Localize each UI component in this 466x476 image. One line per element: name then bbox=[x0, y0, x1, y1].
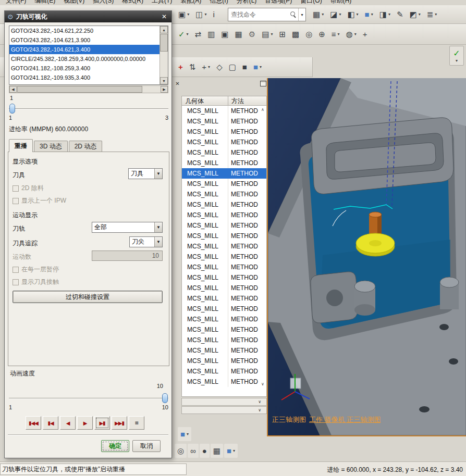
speed-slider[interactable] bbox=[9, 393, 168, 404]
assembly-cube-icon[interactable]: ■▾ bbox=[362, 7, 376, 21]
chevron-down-icon[interactable]: ▼ bbox=[154, 169, 162, 179]
frame-slider[interactable] bbox=[9, 104, 168, 114]
list-vscrollbar[interactable]: ▲ ▼ bbox=[160, 26, 168, 84]
window-restore-icon[interactable] bbox=[260, 81, 266, 86]
measure-icon[interactable]: ⊞▾ bbox=[276, 27, 288, 41]
scroll-thumb[interactable] bbox=[17, 86, 142, 93]
generate-toolpath-icon[interactable]: ✓▾ bbox=[176, 27, 191, 41]
chevron-down-icon[interactable]: ▼ bbox=[154, 237, 162, 247]
scroll-right-icon[interactable]: ▶ bbox=[161, 86, 168, 93]
navigator-row[interactable]: MCS_MILLMETHOD bbox=[182, 147, 266, 158]
copy-display-icon[interactable]: ◫▾ bbox=[193, 7, 209, 21]
selection-box-icon[interactable]: ▢▾ bbox=[226, 60, 239, 74]
swap-arrows-icon[interactable]: ⇅▾ bbox=[187, 60, 199, 74]
navigator-row[interactable]: MCS_MILLMETHOD bbox=[182, 116, 266, 127]
display-cube-icon[interactable]: ■▾ bbox=[224, 444, 238, 458]
panel-close-icon[interactable]: ✕ bbox=[174, 80, 181, 87]
shop-doc-icon[interactable]: ▤▾ bbox=[259, 27, 275, 41]
target-icon[interactable]: ◎▾ bbox=[303, 27, 315, 41]
verify-toolpath-icon[interactable]: ⇄▾ bbox=[192, 27, 204, 41]
view-links[interactable]: 工作 摄像机 正三轴测图 bbox=[309, 416, 381, 423]
cancel-button[interactable]: 取消 bbox=[132, 440, 161, 452]
display-mode-icon[interactable]: ◍▾ bbox=[344, 27, 359, 41]
machine-cube-icon[interactable]: ▣▾ bbox=[218, 27, 231, 41]
navigator-row[interactable]: MCS_MILLMETHOD bbox=[182, 168, 266, 179]
mesh-icon[interactable]: ▦▾ bbox=[211, 444, 223, 458]
navigator-row[interactable]: MCS_MILLMETHOD bbox=[182, 356, 266, 366]
tab[interactable]: 重播 bbox=[9, 139, 33, 152]
navigator-row[interactable]: MCS_MILLMETHOD bbox=[182, 137, 266, 147]
layers-icon[interactable]: ≡▾ bbox=[329, 27, 342, 41]
information-icon[interactable]: i▾ bbox=[210, 7, 217, 21]
go-to-end-button[interactable]: ▶▶▮ bbox=[112, 416, 127, 430]
navigator-row[interactable]: MCS_MILLMETHOD bbox=[182, 127, 266, 137]
snapshot-icon[interactable]: ▣▾ bbox=[176, 7, 192, 21]
navigator-row[interactable]: MCS_MILLMETHOD bbox=[182, 314, 266, 324]
navigator-row[interactable]: MCS_MILLMETHOD bbox=[182, 231, 266, 241]
ball-icon[interactable]: ●▾ bbox=[200, 444, 210, 458]
navigator-row[interactable]: MCS_MILLMETHOD bbox=[182, 283, 266, 293]
navigator-row[interactable]: MCS_MILLMETHOD bbox=[182, 366, 266, 377]
go-to-start-button[interactable]: ▮◀◀ bbox=[26, 416, 41, 430]
show-hide-icon[interactable]: ◩▾ bbox=[407, 7, 423, 21]
window-layout-icon[interactable]: ▦▾ bbox=[310, 7, 326, 21]
navigator-row[interactable]: MCS_MILLMETHOD bbox=[182, 335, 266, 345]
list-output-icon[interactable]: ▦▾ bbox=[232, 27, 245, 41]
play-forward-button[interactable]: ▶ bbox=[77, 416, 93, 430]
scroll-thumb[interactable] bbox=[160, 34, 168, 52]
shaded-view-icon[interactable]: ◧▾ bbox=[345, 7, 361, 21]
grid-icon[interactable]: ▩▾ bbox=[289, 27, 302, 41]
simulate-icon[interactable]: ▥▾ bbox=[205, 27, 217, 41]
navigator-row[interactable]: MCS_MILLMETHOD bbox=[182, 324, 266, 335]
toolpath-event[interactable]: GOTO/241.182,-108.259,3.400 bbox=[9, 64, 160, 73]
close-icon[interactable]: ✕ bbox=[160, 12, 169, 21]
navigator-row[interactable]: MCS_MILLMETHOD bbox=[182, 189, 266, 199]
ok-button[interactable]: 确定 bbox=[101, 440, 129, 452]
scroll-left-icon[interactable]: ◀ bbox=[9, 86, 17, 93]
export-display-icon[interactable]: ◪▾ bbox=[327, 7, 344, 21]
layer-settings-icon[interactable]: ≣▾ bbox=[424, 7, 440, 21]
graphics-viewport[interactable] bbox=[267, 78, 466, 436]
crosshair-icon[interactable]: ⊕▾ bbox=[316, 27, 328, 41]
search-icon[interactable] bbox=[290, 11, 297, 18]
stop-button[interactable]: ■ bbox=[129, 416, 144, 430]
navigator-row[interactable]: MCS_MILLMETHOD bbox=[182, 210, 266, 220]
add-point-icon[interactable]: +▾ bbox=[176, 60, 186, 74]
scroll-down-bar[interactable]: ∨ bbox=[181, 398, 267, 406]
toolpath-event[interactable]: GOTO/243.282,-104.621,3.900 bbox=[9, 35, 160, 45]
frame-slider-thumb[interactable] bbox=[9, 104, 15, 114]
play-backward-button[interactable]: ◀ bbox=[60, 416, 76, 430]
edit-object-display-icon[interactable]: ✎▾ bbox=[394, 7, 406, 21]
list-hscrollbar[interactable]: ◀ ▶ bbox=[9, 85, 168, 93]
workpiece-cube-icon[interactable]: ■▾ bbox=[178, 427, 191, 441]
spheres-icon[interactable]: ◎▾ bbox=[175, 444, 187, 458]
toolpath-event[interactable]: CIRCLE/245.382,-108.259,3.400,0.0000000,… bbox=[9, 54, 160, 64]
navigator-row[interactable]: MCS_MILLMETHOD bbox=[182, 345, 266, 356]
column-header-method[interactable]: 方法 bbox=[228, 96, 266, 105]
shaded-cube-icon[interactable]: ■▾ bbox=[251, 60, 264, 74]
gouge-collision-settings-button[interactable]: 过切和碰撞设置 bbox=[13, 291, 163, 303]
tab[interactable]: 2D 动态 bbox=[69, 141, 103, 152]
tool-track-combo[interactable]: 刀尖▼ bbox=[129, 236, 163, 247]
navigator-row[interactable]: MCS_MILLMETHOD bbox=[182, 272, 266, 283]
toolpath-event[interactable]: GOTO/241.182,-109.935,3.400 bbox=[9, 73, 160, 82]
step-backward-button[interactable]: ▮◀ bbox=[43, 416, 58, 430]
tab[interactable]: 3D 动态 bbox=[34, 141, 68, 152]
step-forward-button[interactable]: ▶▮ bbox=[94, 416, 110, 430]
post-process-icon[interactable]: ⚙▾ bbox=[246, 27, 258, 41]
navigator-row[interactable]: MCS_MILLMETHOD bbox=[182, 199, 266, 210]
pan-icon[interactable]: +▾ bbox=[360, 27, 370, 41]
navigator-row[interactable]: MCS_MILLMETHOD bbox=[182, 106, 266, 116]
scroll-down-bar[interactable]: ∨ bbox=[181, 406, 267, 414]
snap-point-icon[interactable]: ◇▾ bbox=[214, 60, 225, 74]
chevron-down-icon[interactable]: ▼ bbox=[154, 222, 162, 232]
table-scroll-down-icon[interactable]: ∨ bbox=[260, 382, 265, 386]
search-input[interactable] bbox=[228, 11, 290, 18]
scroll-down-icon[interactable]: ▼ bbox=[160, 77, 168, 84]
navigator-row[interactable]: MCS_MILLMETHOD bbox=[182, 293, 266, 304]
navigator-row[interactable]: MCS_MILLMETHOD bbox=[182, 179, 266, 189]
apply-check-icon[interactable]: ✓▾ bbox=[449, 46, 464, 66]
move-handle-icon[interactable]: +▾ bbox=[199, 60, 213, 74]
tool-combo[interactable]: 刀具▼ bbox=[128, 168, 163, 179]
table-scroll-up-icon[interactable]: ∧ bbox=[260, 107, 265, 112]
